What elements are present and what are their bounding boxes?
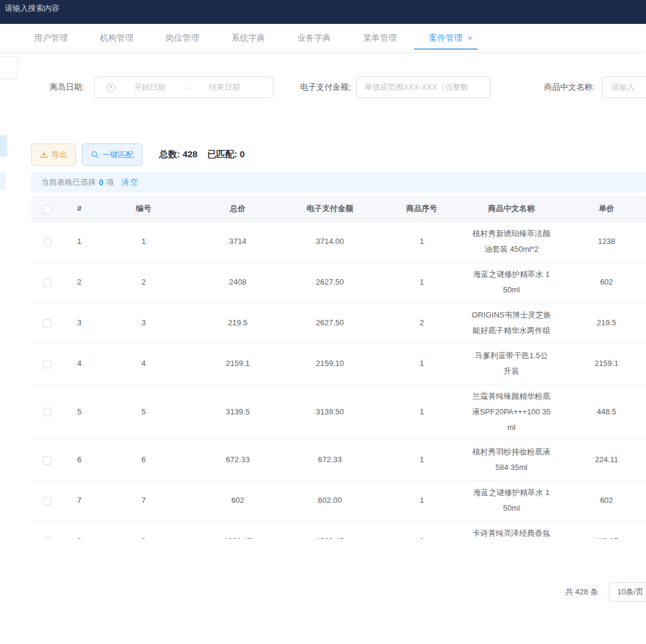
product-filter-label: 商品中文名称: [544, 82, 595, 93]
collapsed-panel[interactable] [0, 56, 18, 79]
row-checkbox[interactable] [43, 279, 51, 287]
row-checkbox[interactable] [43, 360, 51, 368]
cell-payment: 2627.50 [284, 303, 376, 343]
page-size-value: 10条/页 [617, 587, 644, 597]
pagination-total: 共 428 条 [565, 587, 598, 597]
table-row: 8 8 1233.45 1233.45 1 卡诗菁纯亮泽经典香氛发油 411.1… [31, 521, 646, 539]
cell-seq: 1 [376, 262, 468, 303]
cell-index: 3 [63, 303, 96, 343]
col-header-unit: 单价 [555, 196, 646, 221]
cell-unit: 219.5 [555, 303, 646, 343]
tab-close-icon[interactable]: × [468, 33, 473, 42]
tab-business-dict[interactable]: 业务字典 [281, 24, 347, 53]
selection-info-bar: 当前表格已选择 0 项 清空 [31, 172, 646, 193]
row-checkbox[interactable] [43, 408, 51, 416]
cell-unit: 602 [555, 262, 646, 303]
cell-seq: 1 [376, 221, 468, 262]
date-filter-label: 离岛日期: [50, 82, 84, 93]
select-all-checkbox[interactable] [43, 205, 51, 213]
cell-name: 海蓝之谜修护精萃水 150ml [468, 480, 555, 521]
product-placeholder: 请输入 [611, 82, 635, 93]
row-checkbox[interactable] [43, 497, 51, 505]
table-body: 1 1 3714 3714.00 1 植村秀新琥珀臻萃洁颜油套装 450ml*2… [31, 221, 646, 539]
cell-name: 海蓝之谜修护精萃水 150ml [468, 262, 555, 303]
tab-system-dict[interactable]: 系统字典 [215, 24, 281, 53]
tab-post-management[interactable]: 岗位管理 [150, 24, 215, 53]
cell-index: 6 [63, 439, 96, 480]
table-row: 1 1 3714 3714.00 1 植村秀新琥珀臻萃洁颜油套装 450ml*2… [31, 221, 646, 262]
cell-code: 1 [96, 221, 191, 262]
cell-unit: 1238 [555, 221, 646, 262]
clear-selection-link[interactable]: 清空 [121, 177, 139, 188]
cell-name: 马爹利蓝带干邑1.5公升装 [468, 343, 555, 384]
cell-unit: 602 [555, 480, 646, 521]
row-checkbox[interactable] [43, 456, 51, 465]
cell-payment: 2627.50 [284, 262, 376, 303]
cell-payment: 1233.45 [284, 521, 376, 539]
cell-payment: 672.33 [284, 439, 376, 480]
cell-index: 7 [63, 480, 96, 521]
tab-case-management[interactable]: 案件管理 × [413, 24, 489, 53]
date-range-picker[interactable]: 开始日期 - 结束日期 [94, 77, 273, 98]
total-value: 428 [182, 149, 197, 159]
cell-seq: 1 [376, 480, 468, 521]
match-button[interactable]: 一键匹配 [82, 144, 142, 166]
tab-menu-management[interactable]: 菜单管理 [347, 24, 413, 53]
export-button[interactable]: 导出 [31, 144, 76, 166]
payment-amount-input[interactable]: 单值或范围XXX-XXX（仅整数 [356, 77, 490, 98]
cell-name: 植村秀羽纱持妆粉底液 584 35ml [468, 439, 555, 480]
cell-code: 7 [96, 480, 191, 521]
product-name-input[interactable]: 请输入 [602, 77, 646, 98]
export-button-label: 导出 [51, 149, 67, 160]
payment-filter-label: 电子支付金额: [300, 82, 351, 93]
end-date-input[interactable]: 结束日期 [190, 82, 259, 93]
cell-seq: 2 [376, 303, 468, 343]
table-row: 3 3 219.5 2627.50 2 ORIGINS韦博士灵芝焕能好底子精华水… [31, 303, 646, 343]
cell-code: 4 [96, 343, 191, 384]
table-row: 5 5 3139.5 3139.50 1 兰蔻菁纯臻颜精华粉底液SPF20PA+… [31, 384, 646, 439]
cell-index: 4 [63, 343, 96, 384]
start-date-input[interactable]: 开始日期 [115, 82, 184, 93]
tab-bar: 用户管理 机构管理 岗位管理 系统字典 业务字典 菜单管理 案件管理 × [0, 24, 646, 53]
cell-seq: 1 [376, 439, 468, 480]
col-header-seq: 商品序号 [376, 196, 468, 221]
row-checkbox[interactable] [43, 538, 51, 539]
matched-label: 已匹配: [208, 149, 237, 159]
row-checkbox[interactable] [43, 319, 51, 328]
tab-user-management[interactable]: 用户管理 [18, 24, 84, 53]
filter-row: 离岛日期: 开始日期 - 结束日期 电子支付金额: 单值或范围XXX-XXX（仅… [0, 77, 646, 98]
cell-index: 1 [63, 221, 96, 262]
col-header-payment: 电子支付金额 [284, 196, 376, 221]
selection-prefix: 当前表格已选择 [41, 177, 96, 188]
cell-total: 1233.45 [191, 521, 284, 539]
page-size-select[interactable]: 10条/页 [609, 582, 646, 602]
cell-index: 2 [63, 262, 96, 303]
col-header-total: 总价 [191, 196, 284, 221]
cell-unit: 224.11 [555, 439, 646, 480]
cell-total: 3714 [191, 221, 284, 262]
table-row: 4 4 2159.1 2159.10 1 马爹利蓝带干邑1.5公升装 2159.… [31, 343, 646, 384]
payment-placeholder: 单值或范围XXX-XXX（仅整数 [365, 82, 468, 93]
table-row: 6 6 672.33 672.33 1 植村秀羽纱持妆粉底液 584 35ml … [31, 439, 646, 480]
pagination: 共 428 条 10条/页 [565, 582, 646, 602]
cell-payment: 3714.00 [284, 221, 376, 262]
cell-code: 6 [96, 439, 191, 480]
tab-org-management[interactable]: 机构管理 [84, 24, 150, 53]
cell-index: 5 [63, 384, 96, 439]
cell-payment: 602.00 [284, 480, 376, 521]
cell-index: 8 [63, 521, 96, 539]
cell-code: 8 [96, 521, 191, 539]
stats-text: 总数: 428 已匹配: 0 [159, 149, 245, 160]
global-search-input[interactable]: 请输入搜索内容 [5, 4, 59, 13]
cell-payment: 3139.50 [284, 384, 376, 439]
cell-seq: 1 [376, 521, 468, 539]
cell-code: 5 [96, 384, 191, 439]
cell-seq: 1 [376, 384, 468, 439]
matched-value: 0 [240, 149, 245, 159]
table-header-row: # 编号 总价 电子支付金额 商品序号 商品中文名称 单价 [31, 196, 646, 221]
row-checkbox[interactable] [43, 238, 51, 246]
top-navbar: 请输入搜索内容 [0, 0, 646, 24]
cell-name: 兰蔻菁纯臻颜精华粉底液SPF20PA+++100 35ml [468, 384, 555, 439]
cell-unit: 2159.1 [555, 343, 646, 384]
data-table: # 编号 总价 电子支付金额 商品序号 商品中文名称 单价 1 1 3714 3… [31, 196, 646, 539]
